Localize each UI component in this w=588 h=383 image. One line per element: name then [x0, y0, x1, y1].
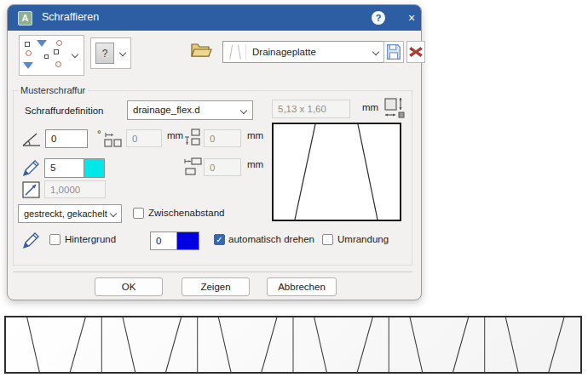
hintergrund-label: Hintergrund: [65, 234, 116, 244]
background-pen-icon: [21, 230, 42, 250]
auto-rotate-checkbox[interactable]: [214, 234, 225, 245]
size-unit-label: mm: [362, 102, 378, 112]
zeigen-button[interactable]: Zeigen: [182, 277, 250, 296]
spacing-horizontal-input[interactable]: 0: [126, 129, 162, 147]
hatch-preview-box: [272, 123, 401, 221]
chevron-down-icon: [72, 51, 78, 58]
chevron-down-icon: [372, 49, 379, 55]
background-color-input[interactable]: 0: [150, 232, 177, 250]
background-color-swatch[interactable]: [177, 232, 199, 250]
angle-input[interactable]: 0: [45, 129, 88, 148]
pen-color-swatch[interactable]: [84, 158, 105, 178]
spacing-horizontal-unit: mm: [167, 130, 183, 140]
definition-combobox[interactable]: drainage_flex.d: [127, 100, 253, 120]
screen: A Schraffieren ? × ?: [0, 0, 588, 383]
button-separator: [13, 272, 412, 272]
tile-offset-input[interactable]: 0: [204, 158, 241, 176]
measure-size-icon[interactable]: [383, 96, 406, 120]
triangle-shape-icon: [23, 62, 33, 69]
triangle-shape-icon: [37, 40, 47, 47]
delete-icon[interactable]: [406, 41, 425, 63]
hintergrund-checkbox[interactable]: [49, 234, 61, 245]
definition-value: drainage_flex.d: [133, 105, 200, 115]
group-title: Musterschraffur: [18, 85, 88, 95]
ok-button[interactable]: OK: [95, 277, 163, 296]
umrandung-checkbox[interactable]: [322, 234, 333, 245]
spacing-vertical-input[interactable]: 0: [204, 129, 241, 147]
pen-icon: [21, 157, 42, 178]
pattern-size-field: 5,13 x 1,60: [272, 100, 350, 118]
square-shape-icon: [25, 42, 30, 47]
save-icon[interactable]: [383, 41, 404, 63]
tile-mode-value: gestreckt, gekachelt: [24, 209, 107, 219]
app-icon: A: [18, 11, 32, 26]
scale-icon: [21, 180, 42, 199]
angle-icon: [21, 131, 42, 148]
pen-input[interactable]: 5: [44, 158, 84, 178]
circle-shape-icon: [26, 50, 32, 56]
spacing-vertical-icon: [182, 127, 203, 149]
title-bar[interactable]: A Schraffieren ? ×: [8, 5, 421, 31]
tile-mode-combobox[interactable]: gestreckt, gekachelt: [18, 204, 122, 223]
help-icon[interactable]: ?: [372, 11, 385, 25]
hatch-thumbnail-icon: [226, 44, 246, 60]
circle-shape-icon: [56, 40, 62, 46]
circle-shape-icon: [55, 61, 61, 67]
tile-offset-unit: mm: [247, 159, 263, 169]
favorite-dropdown[interactable]: ?: [90, 37, 131, 69]
drawing-hatch-strip: [4, 316, 582, 374]
close-icon[interactable]: ×: [401, 9, 422, 27]
chevron-down-icon: [110, 210, 117, 217]
hatch-name-combobox[interactable]: Drainageplatte: [222, 41, 385, 63]
auto-rotate-label: automatisch drehen: [228, 234, 314, 244]
zwischenabstand-checkbox[interactable]: [133, 208, 144, 219]
hatch-preview-drawing: [274, 124, 400, 220]
open-folder-icon[interactable]: [190, 40, 212, 59]
definition-label: Schraffurdefinition: [25, 106, 103, 116]
hatch-strip-drawing: [6, 317, 580, 372]
chevron-down-icon: [240, 107, 247, 114]
hatch-name-value: Drainageplatte: [252, 43, 316, 61]
zwischenabstand-label: Zwischenabstand: [148, 208, 225, 218]
tile-offset-icon: [182, 157, 205, 179]
scale-input[interactable]: 1,0000: [44, 180, 106, 198]
abbrechen-button[interactable]: Abbrechen: [267, 277, 337, 296]
pattern-picker-dropdown[interactable]: [19, 35, 84, 76]
spacing-vertical-unit: mm: [247, 130, 263, 140]
spacing-horizontal-icon: [103, 129, 124, 149]
chevron-down-icon: [119, 49, 126, 56]
square-shape-icon: [54, 49, 59, 54]
umrandung-label: Umrandung: [337, 234, 389, 244]
dialog-title: Schraffieren: [42, 11, 99, 23]
hatching-dialog: A Schraffieren ? × ?: [7, 4, 422, 300]
square-shape-icon: [44, 54, 49, 59]
question-button-icon: ?: [95, 43, 114, 64]
angle-unit-label: °: [97, 129, 101, 139]
